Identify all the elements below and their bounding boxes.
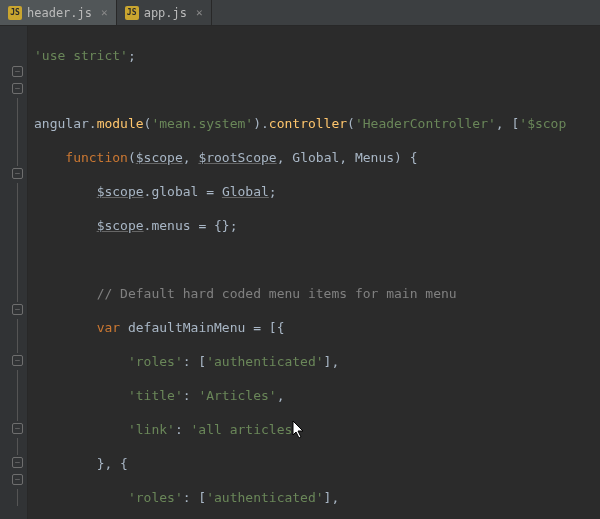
code-line[interactable]: angular.module('mean.system').controller…	[34, 115, 566, 132]
editor-tab-bar: JS header.js ✕ JS app.js ✕	[0, 0, 600, 26]
fold-marker[interactable]: −	[12, 83, 23, 94]
fold-marker[interactable]: −	[12, 423, 23, 434]
code-line[interactable]	[34, 81, 566, 98]
fold-marker[interactable]: −	[12, 355, 23, 366]
code-line[interactable]: function($scope, $rootScope, Global, Men…	[34, 149, 566, 166]
tab-label: app.js	[144, 6, 187, 20]
js-file-icon: JS	[125, 6, 139, 20]
tab-header-js[interactable]: JS header.js ✕	[0, 0, 117, 25]
code-line[interactable]	[34, 251, 566, 268]
code-line[interactable]: 'link': 'all articles'	[34, 421, 566, 438]
code-line[interactable]: $scope.global = Global;	[34, 183, 566, 200]
code-line[interactable]: }, {	[34, 455, 566, 472]
code-line[interactable]: // Default hard coded menu items for mai…	[34, 285, 566, 302]
code-line[interactable]: 'roles': ['authenticated'],	[34, 353, 566, 370]
fold-marker[interactable]: −	[12, 66, 23, 77]
code-line[interactable]: 'title': 'Articles',	[34, 387, 566, 404]
code-area[interactable]: 'use strict'; angular.module('mean.syste…	[28, 26, 566, 519]
close-icon[interactable]: ✕	[101, 6, 108, 19]
code-line[interactable]: var defaultMainMenu = [{	[34, 319, 566, 336]
fold-marker[interactable]: −	[12, 304, 23, 315]
gutter: − − − − − − − −	[0, 26, 28, 519]
code-line[interactable]: $scope.menus = {};	[34, 217, 566, 234]
fold-marker[interactable]: −	[12, 474, 23, 485]
code-line[interactable]: 'roles': ['authenticated'],	[34, 489, 566, 506]
tab-app-js[interactable]: JS app.js ✕	[117, 0, 212, 25]
close-icon[interactable]: ✕	[196, 6, 203, 19]
code-editor[interactable]: − − − − − − − − 'use strict'; angular.mo…	[0, 26, 600, 519]
fold-marker[interactable]: −	[12, 457, 23, 468]
js-file-icon: JS	[8, 6, 22, 20]
tab-label: header.js	[27, 6, 92, 20]
fold-marker[interactable]: −	[12, 168, 23, 179]
code-line[interactable]: 'use strict';	[34, 47, 566, 64]
